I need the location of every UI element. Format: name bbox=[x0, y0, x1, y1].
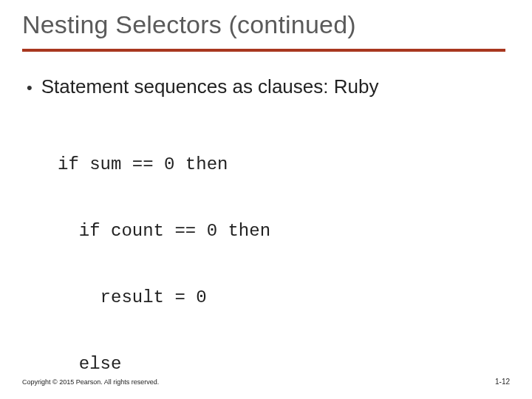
code-line: if sum == 0 then bbox=[58, 154, 270, 176]
code-line: if count == 0 then bbox=[58, 220, 270, 242]
footer-page-number: 1-12 bbox=[495, 378, 510, 386]
footer-copyright: Copyright © 2015 Pearson. All rights res… bbox=[22, 378, 159, 386]
slide: Nesting Selectors (continued) • Statemen… bbox=[0, 0, 532, 399]
code-line: result = 0 bbox=[58, 287, 270, 309]
bullet-item: • Statement sequences as clauses: Ruby bbox=[27, 75, 378, 99]
code-line: else bbox=[58, 353, 270, 375]
bullet-marker: • bbox=[27, 77, 33, 99]
bullet-text: Statement sequences as clauses: Ruby bbox=[41, 75, 379, 98]
slide-title: Nesting Selectors (continued) bbox=[22, 10, 356, 39]
code-block: if sum == 0 then if count == 0 then resu… bbox=[58, 109, 270, 399]
title-underline bbox=[22, 49, 505, 52]
